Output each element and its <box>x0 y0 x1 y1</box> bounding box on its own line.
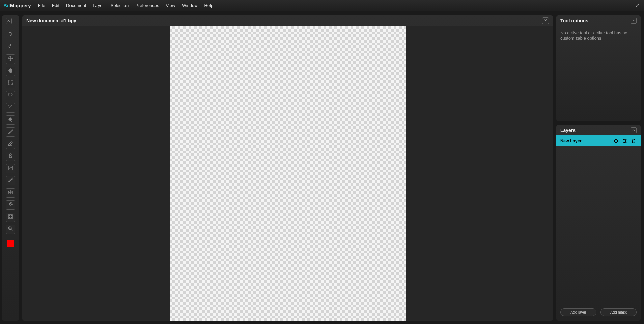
layer-settings-button[interactable] <box>622 138 628 144</box>
close-icon: ✕ <box>544 18 547 23</box>
redo-icon <box>7 43 13 51</box>
toolbar-collapse-button[interactable] <box>6 18 12 24</box>
clone-tool[interactable] <box>6 152 15 161</box>
mirror-tool[interactable] <box>6 188 15 198</box>
menu-document[interactable]: Document <box>63 1 89 10</box>
tool-options-panel: Tool options No active tool or active to… <box>556 15 641 121</box>
hand-tool[interactable] <box>6 67 15 76</box>
mirror-icon <box>7 189 13 197</box>
canvas[interactable] <box>170 26 406 321</box>
clone-icon <box>7 153 13 160</box>
svg-point-4 <box>9 203 11 205</box>
menu-view[interactable]: View <box>163 1 178 10</box>
canvas-area: New document #1.bpy ✕ <box>22 15 553 321</box>
text-tool[interactable] <box>6 213 15 222</box>
rotate-icon <box>7 201 13 209</box>
eyedropper-tool[interactable] <box>6 176 15 185</box>
canvas-viewport[interactable] <box>22 26 553 321</box>
lasso-tool[interactable] <box>6 91 15 100</box>
fill-icon <box>7 116 13 124</box>
zoom-icon <box>7 226 13 233</box>
undo-tool[interactable] <box>6 30 15 40</box>
wand-tool[interactable] <box>6 103 15 113</box>
eyedropper-icon <box>7 177 13 184</box>
move-tool[interactable] <box>6 54 15 64</box>
layer-item-actions <box>613 138 637 144</box>
menu-items: File Edit Document Layer Selection Prefe… <box>35 1 634 10</box>
layers-body: New Layer Add layer Add mask <box>556 136 641 321</box>
lasso-icon <box>7 92 13 99</box>
layers-panel: Layers New Layer <box>556 125 641 321</box>
menu-file[interactable]: File <box>35 1 48 10</box>
svg-point-1 <box>8 93 12 96</box>
layer-visibility-button[interactable] <box>613 138 619 144</box>
canvas-header: New document #1.bpy ✕ <box>22 15 553 26</box>
tool-options-title: Tool options <box>560 18 631 23</box>
layer-item[interactable]: New Layer <box>556 136 641 146</box>
svg-point-12 <box>625 141 626 142</box>
text-icon <box>7 214 13 221</box>
svg-rect-5 <box>8 215 12 219</box>
svg-point-9 <box>11 217 12 218</box>
scale-icon <box>7 165 13 172</box>
wand-icon <box>7 104 13 111</box>
layer-buttons: Add layer Add mask <box>556 305 641 321</box>
svg-point-8 <box>9 217 10 218</box>
tool-options-header: Tool options <box>556 15 641 26</box>
layer-name: New Layer <box>560 139 613 143</box>
fill-tool[interactable] <box>6 115 15 125</box>
svg-point-6 <box>9 215 10 216</box>
layers-collapse-button[interactable] <box>631 127 637 133</box>
menu-selection[interactable]: Selection <box>108 1 132 10</box>
scale-tool[interactable] <box>6 164 15 173</box>
undo-icon <box>7 31 13 39</box>
hand-icon <box>7 68 13 75</box>
svg-point-2 <box>9 154 11 156</box>
svg-point-13 <box>624 142 625 143</box>
rotate-tool[interactable] <box>6 200 15 210</box>
tool-options-empty-text: No active tool or active tool has no cus… <box>560 30 637 41</box>
menu-preferences[interactable]: Preferences <box>132 1 162 10</box>
right-panels: Tool options No active tool or active to… <box>556 15 641 321</box>
menu-edit[interactable]: Edit <box>49 1 62 10</box>
toolbar <box>2 15 19 321</box>
add-layer-button[interactable]: Add layer <box>560 308 596 316</box>
menubar: BitMappery File Edit Document Layer Sele… <box>0 0 644 11</box>
menu-layer[interactable]: Layer <box>90 1 107 10</box>
document-title: New document #1.bpy <box>26 18 542 23</box>
layers-header: Layers <box>556 125 641 136</box>
svg-rect-0 <box>8 81 12 85</box>
color-swatch[interactable] <box>7 240 14 247</box>
fullscreen-button[interactable] <box>634 2 641 9</box>
tool-options-body: No active tool or active tool has no cus… <box>556 26 641 121</box>
tool-options-collapse-button[interactable] <box>631 18 637 24</box>
svg-point-11 <box>623 139 624 140</box>
layer-delete-button[interactable] <box>631 138 637 144</box>
app-logo: BitMappery <box>3 3 31 8</box>
close-document-button[interactable]: ✕ <box>542 17 549 24</box>
layer-list: New Layer <box>556 136 641 305</box>
zoom-tool[interactable] <box>6 225 15 234</box>
menu-window[interactable]: Window <box>179 1 200 10</box>
rect-select-icon <box>7 80 13 87</box>
eraser-tool[interactable] <box>6 140 15 149</box>
add-mask-button[interactable]: Add mask <box>600 308 637 316</box>
brush-tool[interactable] <box>6 127 15 137</box>
menu-help[interactable]: Help <box>201 1 217 10</box>
rect-select-tool[interactable] <box>6 79 15 88</box>
brush-icon <box>7 128 13 136</box>
move-icon <box>7 55 13 63</box>
svg-point-7 <box>11 215 12 216</box>
layers-title: Layers <box>560 128 631 133</box>
eraser-icon <box>7 141 13 148</box>
redo-tool[interactable] <box>6 42 15 52</box>
